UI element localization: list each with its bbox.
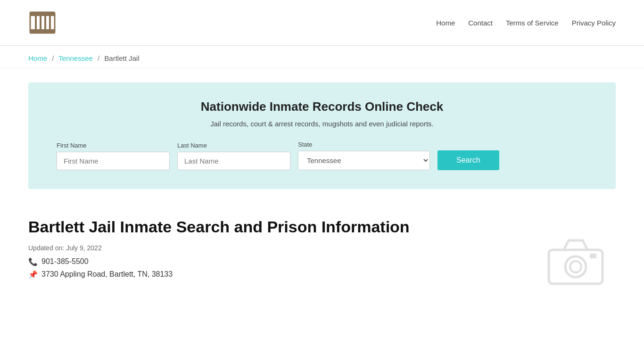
- address-text: 3730 Appling Road, Bartlett, TN, 38133: [41, 270, 173, 279]
- location-icon: 📌: [28, 270, 38, 279]
- main-nav: Home Contact Terms of Service Privacy Po…: [436, 19, 616, 27]
- svg-rect-3: [35, 16, 37, 29]
- svg-rect-1: [30, 12, 55, 16]
- last-name-group: Last Name: [177, 142, 290, 170]
- breadcrumb-sep2: /: [98, 54, 99, 62]
- logo[interactable]: [28, 8, 57, 37]
- address-row: 📌 3730 Appling Road, Bartlett, TN, 38133: [28, 270, 616, 279]
- state-label: State: [298, 141, 430, 148]
- page-title: Bartlett Jail Inmate Search and Prison I…: [28, 217, 616, 237]
- last-name-label: Last Name: [177, 142, 290, 149]
- svg-point-8: [565, 256, 586, 277]
- nav-terms[interactable]: Terms of Service: [506, 19, 559, 27]
- camera-icon: [545, 236, 606, 288]
- state-group: State Tennessee Alabama Alaska Arizona A…: [298, 141, 430, 170]
- search-banner: Nationwide Inmate Records Online Check J…: [28, 82, 616, 189]
- main-wrapper: Bartlett Jail Inmate Search and Prison I…: [0, 203, 644, 302]
- logo-icon: [28, 8, 57, 37]
- breadcrumb: Home / Tennessee / Bartlett Jail: [0, 46, 644, 68]
- breadcrumb-current: Bartlett Jail: [104, 54, 139, 62]
- svg-rect-2: [30, 29, 55, 33]
- last-name-input[interactable]: [177, 152, 290, 170]
- svg-rect-5: [44, 16, 46, 29]
- svg-rect-6: [49, 16, 51, 29]
- nav-home[interactable]: Home: [436, 19, 455, 27]
- phone-icon: 📞: [28, 257, 38, 266]
- state-select[interactable]: Tennessee Alabama Alaska Arizona Arkansa…: [298, 151, 430, 170]
- breadcrumb-home[interactable]: Home: [28, 54, 47, 62]
- camera-placeholder: [545, 236, 606, 288]
- search-form: First Name Last Name State Tennessee Ala…: [57, 141, 587, 170]
- breadcrumb-sep1: /: [52, 54, 54, 62]
- svg-point-9: [570, 261, 581, 272]
- phone-number: 901-385-5500: [41, 257, 89, 266]
- first-name-group: First Name: [57, 142, 170, 170]
- nav-contact[interactable]: Contact: [468, 19, 493, 27]
- search-banner-title: Nationwide Inmate Records Online Check: [57, 99, 587, 114]
- svg-rect-10: [590, 254, 596, 258]
- svg-rect-4: [40, 16, 41, 29]
- first-name-input[interactable]: [57, 152, 170, 170]
- search-button[interactable]: Search: [438, 150, 499, 170]
- nav-privacy[interactable]: Privacy Policy: [572, 19, 616, 27]
- first-name-label: First Name: [57, 142, 170, 149]
- phone-row: 📞 901-385-5500: [28, 257, 616, 266]
- search-banner-subtitle: Jail records, court & arrest records, mu…: [57, 120, 587, 128]
- updated-on: Updated on: July 9, 2022: [28, 244, 616, 252]
- breadcrumb-state[interactable]: Tennessee: [58, 54, 93, 62]
- header: Home Contact Terms of Service Privacy Po…: [0, 0, 644, 46]
